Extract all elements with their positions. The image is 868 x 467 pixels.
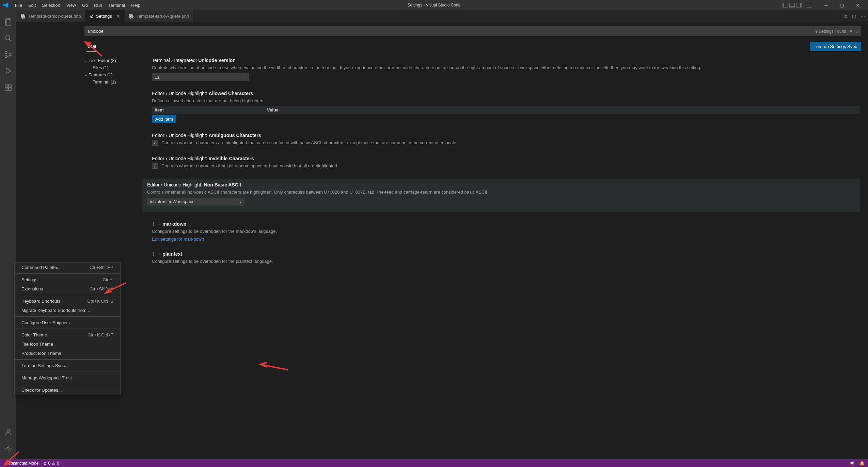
close-window-button[interactable]: ✕: [850, 0, 865, 10]
feedback-icon[interactable]: 📢: [850, 461, 855, 466]
php-file-icon: 🐘: [20, 14, 26, 19]
toggle-secondary-sidebar-icon[interactable]: [796, 3, 802, 7]
toggle-panel-icon[interactable]: [789, 3, 795, 7]
settings-sync-button[interactable]: Turn on Settings Sync: [810, 42, 861, 51]
context-item-label: Keyboard Shortcuts: [21, 299, 60, 304]
menu-file[interactable]: File: [12, 1, 25, 9]
explorer-icon[interactable]: [0, 14, 16, 30]
context-item[interactable]: Migrate Keyboard Shortcuts from...: [15, 306, 120, 315]
non-basic-ascii-dropdown[interactable]: inUntrustedWorkspace⌄: [147, 198, 244, 206]
problems-status[interactable]: ⊘0⚠0: [43, 461, 59, 466]
context-item[interactable]: Color ThemeCtrl+K Ctrl+T: [15, 330, 120, 340]
tab-template-quete[interactable]: 🐘 Template-tarkov-quete.php: [16, 10, 85, 22]
context-separator: [15, 316, 120, 317]
manage-gear-icon[interactable]: [0, 440, 16, 456]
braces-icon: { }: [152, 251, 160, 257]
context-separator: [15, 384, 120, 384]
context-item[interactable]: Command Palette...Ctrl+Shift+P: [15, 263, 120, 272]
tab-label: Template-tarkov-quete.php: [28, 14, 81, 19]
context-item[interactable]: Configure User Snippets: [15, 318, 120, 327]
context-item-label: Product Icon Theme: [21, 351, 61, 356]
chevron-down-icon: ⌄: [244, 75, 247, 79]
vscode-logo-icon: [3, 2, 9, 8]
chevron-down-icon: ⌄: [84, 73, 87, 77]
invisible-checkbox[interactable]: [152, 163, 158, 169]
context-item[interactable]: Keyboard ShortcutsCtrl+K Ctrl+S: [15, 297, 120, 306]
context-separator: [15, 295, 120, 295]
restricted-mode-status[interactable]: ⛨Restricted Mode: [3, 461, 38, 466]
settings-search-input[interactable]: [84, 26, 861, 36]
ambiguous-checkbox[interactable]: [152, 140, 158, 146]
settings-tab-icon: ⚙: [90, 14, 94, 19]
context-item[interactable]: Check for Updates...: [15, 386, 120, 395]
context-item[interactable]: Product Icon Theme: [15, 349, 120, 358]
settings-editor: 9 Settings Found ≡ ▽ User Turn on Settin…: [16, 22, 868, 459]
toc-text-editor[interactable]: ⌄Text Editor (8): [84, 57, 136, 64]
customize-layout-icon[interactable]: [807, 3, 812, 7]
unicode-version-dropdown[interactable]: 11⌄: [152, 73, 249, 81]
context-item[interactable]: ExtensionsCtrl+Shift+X: [15, 284, 120, 293]
activity-bar: [0, 10, 16, 459]
toc-terminal[interactable]: Terminal (1): [84, 78, 136, 86]
editor-tabs: 🐘 Template-tarkov-quete.php ⚙ Settings ✕…: [16, 10, 868, 22]
scope-user-tab[interactable]: User: [86, 41, 97, 52]
settings-list[interactable]: Terminal › Integrated: Unicode Version C…: [141, 56, 861, 458]
menu-view[interactable]: View: [64, 1, 79, 9]
search-result-count: 9 Settings Found: [815, 29, 846, 34]
menu-run[interactable]: Run: [91, 1, 105, 9]
clear-search-icon[interactable]: ≡: [850, 29, 852, 34]
context-item[interactable]: SettingsCtrl+,: [15, 275, 120, 284]
error-icon: ⊘: [43, 461, 47, 466]
toggle-primary-sidebar-icon[interactable]: [783, 3, 788, 7]
context-item-label: Extensions: [21, 286, 43, 291]
context-item-label: Color Theme: [21, 332, 47, 337]
context-item-label: Settings: [21, 277, 37, 282]
svg-point-8: [7, 429, 10, 432]
statusbar: ⛨Restricted Mode ⊘0⚠0 📢 🔔: [0, 459, 868, 467]
search-icon[interactable]: [0, 30, 16, 46]
toc-features[interactable]: ⌄Features (1): [84, 71, 136, 78]
titlebar: File Edit Selection View Go Run Terminal…: [0, 0, 868, 10]
context-item[interactable]: File Icon Theme: [15, 340, 120, 349]
context-item[interactable]: Turn on Settings Sync...: [15, 361, 120, 370]
context-item-label: Configure User Snippets: [21, 320, 70, 325]
maximize-button[interactable]: ▢: [834, 0, 850, 10]
context-item[interactable]: Manage Workspace Trust: [15, 373, 120, 382]
menu-terminal[interactable]: Terminal: [106, 1, 128, 9]
settings-scope-tabs: User Turn on Settings Sync: [84, 41, 861, 52]
notifications-icon[interactable]: 🔔: [859, 461, 865, 466]
warning-icon: ⚠: [52, 461, 56, 466]
edit-markdown-link[interactable]: Edit settings for markdown: [152, 237, 860, 242]
svg-point-3: [9, 54, 11, 56]
settings-search: 9 Settings Found ≡ ▽: [84, 26, 861, 36]
braces-icon: { }: [152, 221, 160, 227]
close-tab-icon[interactable]: ✕: [116, 14, 120, 19]
setting-lang-markdown: { }markdown Configure settings to be ove…: [147, 221, 860, 242]
tab-template-quete-accent[interactable]: 🐘 Template-tarkov-quête.php: [125, 10, 194, 22]
open-changes-icon[interactable]: ⧉: [844, 14, 847, 19]
toc-files[interactable]: Files (1): [84, 64, 136, 71]
setting-ambiguous-characters: Editor › Unicode Highlight: Ambiguous Ch…: [147, 133, 860, 146]
context-item-label: Turn on Settings Sync...: [21, 363, 68, 368]
context-item-shortcut: Ctrl+,: [103, 277, 113, 282]
menu-go[interactable]: Go: [79, 1, 91, 9]
source-control-icon[interactable]: [0, 46, 16, 63]
add-item-button[interactable]: Add Item: [152, 115, 176, 123]
split-editor-icon[interactable]: ◫: [852, 14, 856, 19]
extensions-icon[interactable]: [0, 79, 16, 95]
accounts-icon[interactable]: [0, 424, 16, 440]
minimize-button[interactable]: ─: [818, 0, 834, 10]
context-item-label: Manage Workspace Trust: [21, 375, 72, 380]
tab-settings[interactable]: ⚙ Settings ✕: [85, 10, 125, 22]
svg-point-2: [5, 56, 7, 58]
menu-edit[interactable]: Edit: [26, 1, 38, 9]
menu-help[interactable]: Help: [128, 1, 143, 9]
more-actions-icon[interactable]: ⋯: [861, 14, 865, 19]
filter-icon[interactable]: ▽: [855, 29, 858, 34]
context-separator: [15, 273, 120, 274]
manage-context-menu: Command Palette...Ctrl+Shift+PSettingsCt…: [14, 262, 121, 395]
run-debug-icon[interactable]: [0, 63, 16, 79]
menu-selection[interactable]: Selection: [39, 1, 63, 9]
context-separator: [15, 372, 120, 372]
context-item-shortcut: Ctrl+Shift+P: [90, 265, 113, 270]
